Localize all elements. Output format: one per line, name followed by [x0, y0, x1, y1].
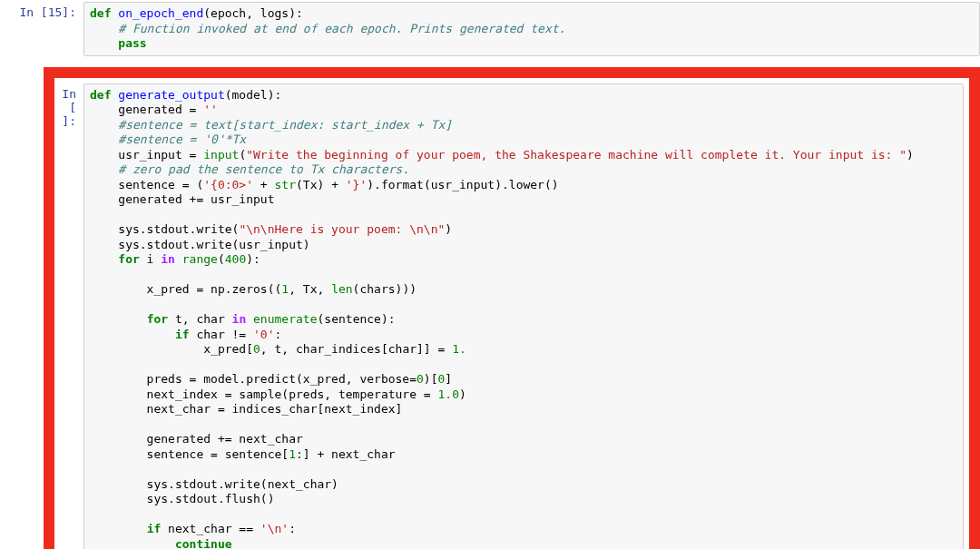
code-text: :: [289, 522, 296, 535]
number: 0: [416, 372, 424, 386]
code-text: sys.stdout.write(next_char): [90, 477, 338, 491]
code-text: preds = model.predict(x_pred, verbose=: [90, 372, 416, 386]
code-text: generated += usr_input: [90, 192, 275, 206]
notebook: In [15]: def on_epoch_end(epoch, logs): …: [0, 0, 980, 549]
code-text: +: [253, 178, 274, 191]
highlight-box: In [ ]: def generate_output(model): gene…: [44, 67, 980, 550]
func-name: on_epoch_end: [118, 6, 203, 20]
code-text: (epoch, logs):: [203, 6, 303, 20]
code-text: ): [906, 148, 914, 162]
number: 1.: [452, 342, 466, 356]
comment: # Function invoked at end of each epoch.…: [118, 22, 565, 35]
code-cell-next[interactable]: In [ ]: def generate_output(model): gene…: [54, 78, 969, 550]
code-input-area[interactable]: def generate_output(model): generated = …: [83, 83, 964, 550]
keyword-def: def: [90, 6, 111, 20]
code-text: generated += next_char: [90, 432, 303, 446]
number: 1: [289, 447, 296, 461]
code-text: next_char = indices_char[next_index]: [90, 402, 402, 416]
keyword-if: if: [147, 522, 162, 535]
code-text: ): [459, 387, 466, 401]
code-text: usr_input =: [90, 148, 203, 162]
cell-prompt: In [15]:: [0, 2, 83, 56]
number: 400: [225, 252, 246, 266]
keyword-for: for: [118, 252, 139, 266]
code-text: next_char ==: [161, 522, 260, 535]
keyword-in: in: [232, 312, 247, 326]
code-text: )[: [424, 372, 438, 386]
code-text: sys.stdout.flush(): [90, 492, 275, 505]
number: 1.0: [438, 387, 459, 401]
code-text: x_pred = np.zeros((: [90, 282, 281, 296]
keyword-continue: continue: [175, 537, 232, 550]
builtin: enumerate: [253, 312, 317, 326]
code-text: [175, 252, 182, 266]
string-literal: '\n': [260, 522, 289, 535]
keyword-in: in: [161, 252, 175, 266]
code-text: sys.stdout.write(: [90, 222, 239, 236]
code-text: ):: [246, 252, 260, 266]
code-text: (Tx) +: [296, 178, 346, 191]
code-text: (chars))): [353, 282, 416, 296]
code-text: [90, 312, 147, 326]
code-text: ): [445, 222, 452, 236]
code-text: ]: [445, 372, 452, 386]
code-text: :] + next_char: [296, 447, 396, 461]
keyword-pass: pass: [118, 36, 146, 50]
code-text: [90, 522, 147, 535]
builtin: range: [182, 252, 218, 266]
func-name: generate_output: [118, 88, 224, 102]
string-literal: "Write the beginning of your poem, the S…: [246, 148, 906, 162]
code-text: sentence = sentence[: [90, 447, 289, 461]
code-text: , Tx,: [289, 282, 331, 296]
cell-prompt: In [ ]:: [54, 83, 83, 550]
builtin: input: [203, 148, 239, 162]
code-cell-15[interactable]: In [15]: def on_epoch_end(epoch, logs): …: [0, 0, 980, 58]
keyword-def: def: [90, 88, 111, 102]
code-text: generated =: [90, 103, 203, 116]
code-text: ).format(usr_input).lower(): [367, 178, 558, 191]
string-literal: "\n\nHere is your poem: \n\n": [239, 222, 445, 236]
keyword-for: for: [147, 312, 168, 326]
comment: #sentence = text[start_index: start_inde…: [90, 118, 452, 132]
code-text: (sentence):: [318, 312, 396, 326]
string-literal: '{0:0>': [203, 178, 253, 191]
code-text: [246, 312, 253, 326]
code-text: , t, char_indices[char]] =: [260, 342, 452, 356]
code-text: (model):: [225, 88, 282, 102]
code-text: sys.stdout.write(usr_input): [90, 238, 310, 251]
code-text: (: [218, 252, 225, 266]
code-text: [90, 252, 118, 266]
string-literal: '': [203, 103, 218, 116]
number: 1: [281, 282, 289, 296]
code-text: char !=: [190, 328, 253, 341]
code-text: i: [140, 252, 161, 266]
string-literal: '0': [253, 328, 274, 341]
number: 0: [253, 342, 260, 356]
code-block[interactable]: def generate_output(model): generated = …: [90, 88, 957, 550]
code-input-area[interactable]: def on_epoch_end(epoch, logs): # Functio…: [83, 2, 980, 56]
string-literal: '}': [346, 178, 367, 191]
comment: # zero pad the sentence to Tx characters…: [90, 162, 409, 176]
code-text: :: [275, 328, 282, 341]
code-text: [90, 537, 175, 550]
builtin: len: [331, 282, 352, 296]
code-text: [90, 328, 175, 341]
comment: #sentence = '0'*Tx: [90, 132, 246, 146]
code-text: sentence = (: [90, 178, 203, 191]
code-text: next_index = sample(preds, temperature =: [90, 387, 438, 401]
keyword-if: if: [175, 328, 190, 341]
code-block[interactable]: def on_epoch_end(epoch, logs): # Functio…: [90, 6, 974, 52]
builtin: str: [275, 178, 296, 191]
code-text: x_pred[: [90, 342, 253, 356]
code-text: t, char: [168, 312, 231, 326]
